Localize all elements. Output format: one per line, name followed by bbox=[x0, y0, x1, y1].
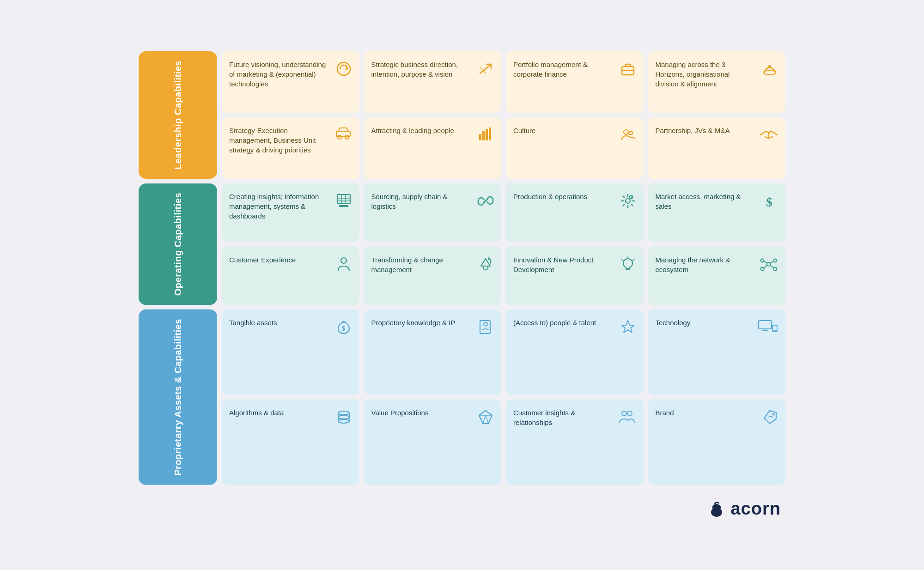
card-value-propositions: Value Propositions bbox=[364, 400, 502, 485]
card-market-access: Market access, marketing & sales $ bbox=[648, 183, 786, 242]
svg-point-51 bbox=[338, 415, 349, 419]
card-culture: Culture bbox=[506, 117, 644, 179]
svg-point-15 bbox=[629, 131, 632, 135]
svg-point-6 bbox=[768, 65, 771, 68]
card-algorithms-data: Algorithms & data bbox=[222, 400, 359, 485]
svg-line-38 bbox=[764, 266, 767, 268]
book-icon bbox=[474, 318, 494, 335]
card-sourcing-supply: Sourcing, supply chain & logistics bbox=[364, 183, 502, 242]
svg-point-60 bbox=[711, 508, 722, 517]
svg-point-33 bbox=[774, 259, 777, 262]
card-managing-network: Managing the network & ecosystem bbox=[648, 247, 786, 305]
card-future-visioning: Future visioning, understanding of marke… bbox=[222, 51, 359, 113]
svg-point-0 bbox=[337, 62, 350, 75]
card-managing-3-horizons: Managing across the 3 Horizons, organisa… bbox=[648, 51, 786, 113]
svg-text:$: $ bbox=[342, 325, 345, 332]
svg-point-59 bbox=[772, 413, 775, 416]
car-icon bbox=[332, 126, 352, 139]
svg-rect-10 bbox=[479, 134, 481, 140]
star-icon bbox=[616, 318, 636, 335]
svg-point-23 bbox=[626, 199, 630, 203]
acorn-svg-icon bbox=[707, 499, 726, 519]
card-people-talent: (Access to) people & talent bbox=[506, 309, 644, 395]
acorn-text: acorn bbox=[731, 499, 781, 519]
page-wrapper: Leadership Capabilities Future visioning… bbox=[139, 51, 785, 519]
briefcase-icon bbox=[616, 60, 636, 77]
community-icon bbox=[616, 408, 636, 425]
svg-point-50 bbox=[338, 411, 349, 415]
svg-marker-53 bbox=[479, 411, 492, 424]
svg-point-14 bbox=[624, 130, 628, 134]
svg-rect-21 bbox=[339, 205, 348, 207]
refresh-icon bbox=[332, 60, 352, 77]
card-tangible-assets: Tangible assets $ bbox=[222, 309, 359, 395]
link-icon bbox=[474, 192, 494, 209]
card-creating-insights: Creating insights; information managemen… bbox=[222, 183, 359, 242]
svg-line-55 bbox=[486, 415, 488, 424]
svg-line-56 bbox=[483, 415, 486, 424]
card-customer-insights: Customer insights & relationships bbox=[506, 400, 644, 485]
svg-point-43 bbox=[484, 322, 487, 326]
card-strategy-execution: Strategy-Execution management, Business … bbox=[222, 117, 359, 179]
svg-line-39 bbox=[771, 266, 774, 268]
recycle-icon bbox=[474, 255, 494, 273]
chart-people-icon bbox=[474, 126, 494, 143]
database-icon bbox=[332, 408, 352, 425]
handshake-icon bbox=[758, 126, 778, 140]
svg-rect-11 bbox=[482, 131, 485, 140]
category-proprietary: Proprietarry Assets & Capabilities bbox=[139, 309, 217, 485]
card-production-operations: Production & operations bbox=[506, 183, 644, 242]
dashboard-icon bbox=[332, 192, 352, 209]
gear-icon bbox=[616, 192, 636, 209]
card-strategic-business: Strategic business direction, intention,… bbox=[364, 51, 502, 113]
network-icon bbox=[758, 255, 778, 273]
card-portfolio-management: Portfolio management & corporate finance bbox=[506, 51, 644, 113]
svg-point-57 bbox=[622, 411, 626, 416]
computer-icon bbox=[758, 318, 778, 335]
capability-grid: Leadership Capabilities Future visioning… bbox=[139, 51, 785, 485]
svg-text:$: $ bbox=[766, 195, 772, 209]
dollar-icon: $ bbox=[758, 192, 778, 209]
tag-icon bbox=[758, 408, 778, 425]
diamond-icon bbox=[474, 408, 494, 425]
svg-point-32 bbox=[761, 259, 764, 262]
card-brand: Brand bbox=[648, 400, 786, 485]
svg-point-26 bbox=[341, 258, 346, 263]
card-innovation-npd: Innovation & New Product Development bbox=[506, 247, 644, 305]
svg-line-28 bbox=[621, 260, 623, 261]
card-proprietary-knowledge: Proprietory knowledge & IP bbox=[364, 309, 502, 395]
money-bag-icon: $ bbox=[332, 318, 352, 335]
svg-point-5 bbox=[764, 70, 776, 75]
card-technology: Technology bbox=[648, 309, 786, 395]
svg-rect-45 bbox=[759, 321, 772, 329]
card-partnership: Partnership, JVs & M&A bbox=[648, 117, 786, 179]
svg-rect-12 bbox=[486, 129, 488, 140]
sun-icon bbox=[758, 60, 778, 77]
svg-rect-16 bbox=[337, 194, 350, 204]
acorn-logo: acorn bbox=[707, 499, 781, 519]
svg-point-35 bbox=[774, 267, 777, 270]
card-transforming-change: Transforming & change management bbox=[364, 247, 502, 305]
lightbulb-icon bbox=[616, 255, 636, 273]
svg-rect-13 bbox=[489, 127, 491, 140]
svg-marker-54 bbox=[479, 411, 492, 415]
svg-point-31 bbox=[767, 262, 771, 266]
card-attracting-leading: Attracting & leading people bbox=[364, 117, 502, 179]
svg-point-52 bbox=[338, 419, 349, 423]
arrows-icon bbox=[474, 60, 494, 77]
logo-area: acorn bbox=[139, 499, 785, 519]
svg-line-36 bbox=[764, 261, 767, 263]
svg-line-37 bbox=[771, 261, 774, 263]
card-customer-experience: Customer Experience bbox=[222, 247, 359, 305]
culture-icon bbox=[616, 126, 636, 143]
svg-marker-44 bbox=[621, 321, 634, 333]
person-icon bbox=[332, 255, 352, 273]
svg-line-29 bbox=[632, 260, 634, 261]
svg-point-58 bbox=[627, 411, 632, 416]
svg-point-34 bbox=[761, 267, 764, 270]
category-leadership: Leadership Capabilities bbox=[139, 51, 217, 179]
category-operating: Operating Capabilities bbox=[139, 183, 217, 305]
